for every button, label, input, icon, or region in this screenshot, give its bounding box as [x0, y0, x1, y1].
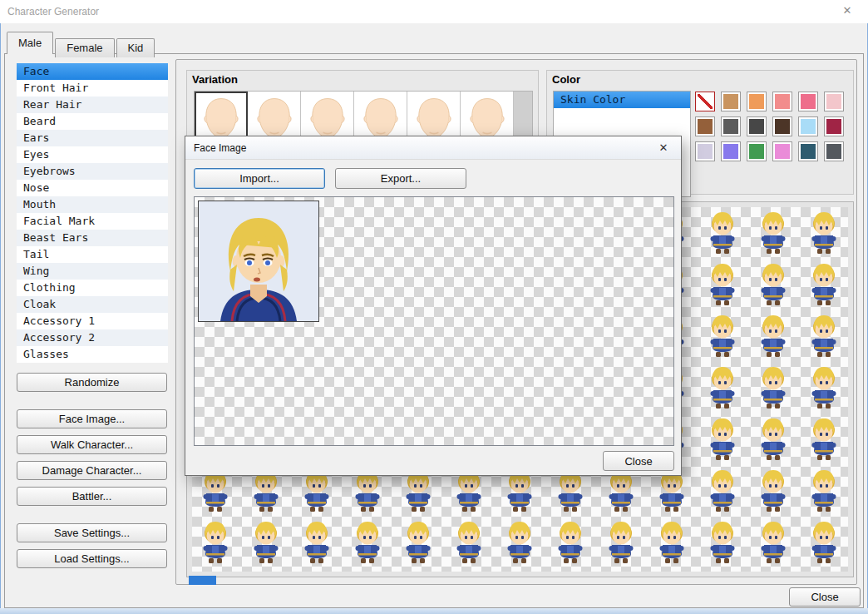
- walk-character-button[interactable]: Walk Character...: [17, 435, 167, 454]
- window-title: Character Generator: [7, 6, 99, 17]
- parts-list-item-mouth[interactable]: Mouth: [17, 196, 168, 213]
- character-sprite: [804, 468, 844, 515]
- damage-character-button[interactable]: Damage Character...: [17, 461, 167, 480]
- parts-list-item-eyes[interactable]: Eyes: [17, 146, 168, 163]
- randomize-button[interactable]: Randomize: [17, 373, 167, 392]
- character-sprite: [703, 417, 742, 463]
- character-sprite: [804, 210, 844, 257]
- parts-list-item-facial-mark[interactable]: Facial Mark: [17, 213, 168, 230]
- character-sprite: [703, 365, 742, 412]
- parts-list-item-beard[interactable]: Beard: [17, 113, 168, 130]
- character-sprite: [804, 520, 844, 567]
- character-sprite: [246, 520, 286, 567]
- character-sprite: [804, 365, 844, 412]
- window-title-bar: Character Generator ✕: [0, 0, 868, 23]
- character-sprite: [703, 262, 742, 309]
- color-swatch[interactable]: [747, 116, 767, 136]
- color-group-title: Color: [552, 73, 580, 86]
- color-swatch[interactable]: [695, 116, 715, 136]
- character-sprite: [753, 365, 793, 412]
- character-sprite: [753, 468, 793, 515]
- color-swatch[interactable]: [824, 141, 844, 161]
- color-swatch[interactable]: [721, 141, 741, 161]
- color-target-item-skin-color[interactable]: Skin Color: [554, 92, 690, 108]
- parts-list-item-wing[interactable]: Wing: [17, 263, 168, 280]
- window-frame-bottom: [0, 608, 868, 614]
- character-sprite: [652, 520, 692, 567]
- face-portrait-image: [199, 201, 318, 321]
- window-close-icon[interactable]: ✕: [836, 4, 858, 19]
- color-swatch[interactable]: [798, 92, 818, 111]
- parts-list-item-cloak[interactable]: Cloak: [17, 296, 168, 313]
- character-sprite: [398, 520, 438, 567]
- close-button[interactable]: Close: [789, 587, 861, 607]
- color-swatch[interactable]: [798, 116, 818, 136]
- color-swatch[interactable]: [747, 141, 767, 161]
- character-sprite: [297, 520, 337, 567]
- tab-male[interactable]: Male: [7, 32, 53, 54]
- color-swatch[interactable]: [772, 141, 792, 161]
- export-button[interactable]: Export...: [335, 168, 466, 189]
- preview-scroll-indicator: [189, 576, 216, 585]
- load-settings-button[interactable]: Load Settings...: [17, 549, 167, 568]
- color-swatch[interactable]: [721, 92, 741, 111]
- character-sprite: [753, 210, 793, 257]
- character-sprite: [753, 417, 793, 463]
- tab-female[interactable]: Female: [55, 38, 114, 57]
- save-settings-button[interactable]: Save Settings...: [17, 523, 167, 542]
- tab-bar: MaleFemaleKid: [7, 32, 156, 54]
- color-swatch[interactable]: [798, 141, 818, 161]
- character-sprite: [753, 314, 793, 360]
- dialog-close-icon[interactable]: ✕: [654, 141, 673, 155]
- parts-list-item-ears[interactable]: Ears: [17, 130, 168, 146]
- character-sprite: [601, 520, 641, 567]
- parts-list-item-clothing[interactable]: Clothing: [17, 280, 168, 296]
- character-sprite: [753, 520, 793, 567]
- character-sprite: [703, 468, 742, 515]
- character-sprite: [703, 314, 742, 360]
- parts-list-item-nose[interactable]: Nose: [17, 180, 168, 196]
- character-sprite: [449, 520, 489, 567]
- parts-list-item-face[interactable]: Face: [17, 63, 168, 80]
- color-palette: [695, 92, 844, 161]
- face-image-button[interactable]: Face Image...: [17, 409, 167, 428]
- color-swatch[interactable]: [721, 116, 741, 136]
- parts-list-item-eyebrows[interactable]: Eyebrows: [17, 163, 168, 180]
- color-swatch[interactable]: [772, 92, 792, 111]
- face-image-dialog: Face Image ✕ Import... Export... Close: [185, 136, 682, 476]
- color-swatch[interactable]: [772, 116, 792, 136]
- parts-list-item-glasses[interactable]: Glasses: [17, 346, 168, 363]
- parts-list-item-accessory-1[interactable]: Accessory 1: [17, 313, 168, 329]
- variation-group-title: Variation: [192, 73, 238, 86]
- character-sprite: [500, 520, 540, 567]
- character-sprite: [804, 417, 844, 463]
- parts-list-item-rear-hair[interactable]: Rear Hair: [17, 97, 168, 113]
- color-swatch[interactable]: [747, 92, 767, 111]
- color-swatch[interactable]: [824, 116, 844, 136]
- character-sprite: [703, 520, 742, 567]
- battler-button[interactable]: Battler...: [17, 487, 167, 506]
- character-sprite: [753, 262, 793, 309]
- dialog-close-button[interactable]: Close: [603, 451, 674, 471]
- character-sprite: [348, 520, 387, 567]
- tab-kid[interactable]: Kid: [116, 38, 155, 57]
- color-swatch[interactable]: [824, 92, 844, 111]
- parts-list-item-front-hair[interactable]: Front Hair: [17, 80, 168, 97]
- color-swatch[interactable]: [695, 92, 715, 111]
- character-sprite: [550, 520, 590, 567]
- parts-list-item-tail[interactable]: Tail: [17, 246, 168, 263]
- color-swatch[interactable]: [695, 141, 715, 161]
- character-sprite: [703, 210, 742, 257]
- character-generator-window: Character Generator ✕ MaleFemaleKid Face…: [0, 0, 868, 614]
- parts-list-item-accessory-2[interactable]: Accessory 2: [17, 329, 168, 346]
- parts-list: FaceFront HairRear HairBeardEarsEyesEyeb…: [17, 63, 168, 363]
- face-image-item[interactable]: [198, 201, 319, 322]
- face-image-list: [194, 196, 674, 446]
- parts-list-item-beast-ears[interactable]: Beast Ears: [17, 230, 168, 246]
- dialog-title-bar: Face Image ✕: [185, 136, 681, 160]
- dialog-title: Face Image: [194, 142, 246, 154]
- character-sprite: [195, 520, 235, 567]
- import-button[interactable]: Import...: [194, 168, 325, 189]
- character-sprite: [804, 314, 844, 360]
- character-sprite: [804, 262, 844, 309]
